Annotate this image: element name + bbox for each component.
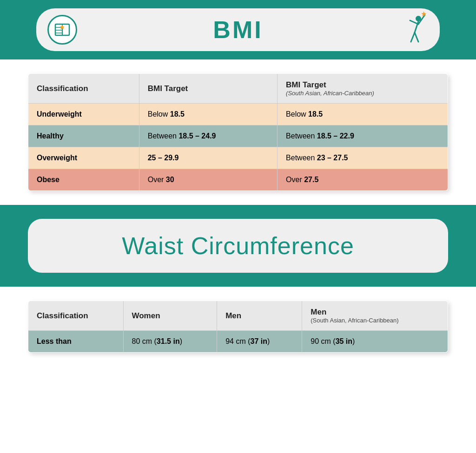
bmi-target-cell: Below 18.5 xyxy=(139,104,277,125)
waist-table-section: Classification Women Men Men (South Asia… xyxy=(0,287,476,367)
waist-col-label-men: Men xyxy=(225,311,241,320)
table-row: Overweight 25 – 29.9 Between 23 – 27.5 xyxy=(28,147,448,169)
waist-men-cell: 94 cm (37 in) xyxy=(217,331,302,353)
bmi-title: BMI xyxy=(213,16,263,44)
waist-women-cell: 80 cm (31.5 in) xyxy=(123,331,217,353)
waist-col-label-women: Women xyxy=(132,311,160,320)
col-label-target2: BMI Target xyxy=(286,80,326,89)
bmi-col-header-target2: BMI Target (South Asian, African-Caribbe… xyxy=(278,74,448,104)
waist-circumference-title: Waist Circumference xyxy=(122,232,354,259)
bmi-classification-table: Classification BMI Target BMI Target (So… xyxy=(28,73,448,191)
book-icon-container xyxy=(47,15,77,45)
waist-title-box: Waist Circumference xyxy=(28,219,448,273)
waist-col-header-men: Men xyxy=(217,301,302,331)
waist-col-header-men2: Men (South Asian, African-Caribbean) xyxy=(302,301,448,331)
bmi-target2-cell: Between 23 – 27.5 xyxy=(278,147,448,169)
classification-cell: Underweight xyxy=(28,104,139,125)
figure-icon xyxy=(401,10,429,49)
waist-col-header-classification: Classification xyxy=(28,301,124,331)
waist-col-label-classification: Classification xyxy=(37,311,88,320)
bmi-target-cell: Over 30 xyxy=(139,169,277,191)
waist-men2-cell: 90 cm (35 in) xyxy=(302,331,448,353)
classification-cell: Healthy xyxy=(28,125,139,147)
classification-cell: Obese xyxy=(28,169,139,191)
top-header-bar: BMI xyxy=(0,0,476,59)
table-row: Less than 80 cm (31.5 in) 94 cm (37 in) … xyxy=(28,331,448,353)
bmi-target2-cell: Over 27.5 xyxy=(278,169,448,191)
svg-line-9 xyxy=(415,33,418,42)
header-inner-box: BMI xyxy=(36,8,440,51)
col-label-target1: BMI Target xyxy=(148,84,188,93)
table-row: Underweight Below 18.5 Below 18.5 xyxy=(28,104,448,125)
table-row: Obese Over 30 Over 27.5 xyxy=(28,169,448,191)
bmi-col-header-target1: BMI Target xyxy=(139,74,277,104)
svg-line-8 xyxy=(411,33,415,42)
book-icon xyxy=(53,21,71,39)
waist-col-header-women: Women xyxy=(123,301,217,331)
col-label-classification: Classification xyxy=(37,84,88,93)
waist-col-label-men2-sub: (South Asian, African-Caribbean) xyxy=(311,317,439,324)
classification-cell: Overweight xyxy=(28,147,139,169)
col-label-target2-sub: (South Asian, African-Caribbean) xyxy=(286,90,439,97)
bmi-target2-cell: Below 18.5 xyxy=(278,104,448,125)
bmi-target-cell: 25 – 29.9 xyxy=(139,147,277,169)
bmi-table-section: Classification BMI Target BMI Target (So… xyxy=(0,59,476,205)
bmi-target2-cell: Between 18.5 – 22.9 xyxy=(278,125,448,147)
waist-header-bar: Waist Circumference xyxy=(0,205,476,287)
book-circle xyxy=(47,15,77,45)
waist-classification-table: Classification Women Men Men (South Asia… xyxy=(28,301,448,353)
bmi-target-cell: Between 18.5 – 24.9 xyxy=(139,125,277,147)
table-row: Healthy Between 18.5 – 24.9 Between 18.5… xyxy=(28,125,448,147)
waist-classification-cell: Less than xyxy=(28,331,124,353)
bmi-col-header-classification: Classification xyxy=(28,74,139,104)
waist-col-label-men2: Men xyxy=(311,308,326,316)
